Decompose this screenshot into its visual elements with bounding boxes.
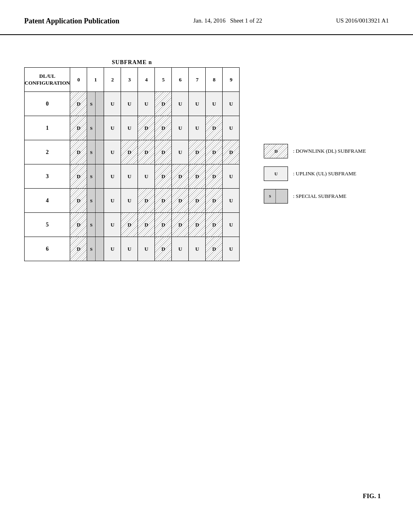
cell-r1-c6: U: [172, 116, 189, 140]
cell-r2-c2: U: [104, 140, 121, 164]
table-row: 0DSUUUDUUUU: [25, 92, 240, 116]
cell-r5-c1: S: [87, 213, 104, 237]
config-number-0: 0: [25, 92, 70, 116]
cell-r3-c8: D: [206, 164, 223, 189]
cell-r4-c2: U: [104, 189, 121, 213]
publication-title: Patent Application Publication: [24, 16, 119, 26]
subframe-label: SUBFRAME n: [24, 59, 240, 66]
table-row: 3DSUUUDDDDU: [25, 164, 240, 189]
cell-r5-c8: D: [206, 213, 223, 237]
cell-r0-c3: U: [121, 92, 138, 116]
table-row: 4DSUUDDDDDU: [25, 189, 240, 213]
cell-r2-c4: D: [138, 140, 155, 164]
cell-r4-c6: D: [172, 189, 189, 213]
cell-r0-c8: U: [206, 92, 223, 116]
cell-r3-c7: D: [189, 164, 206, 189]
cell-r2-c3: D: [121, 140, 138, 164]
cell-r0-c7: U: [189, 92, 206, 116]
cell-r1-c9: U: [223, 116, 240, 140]
page-header: Patent Application Publication Jan. 14, …: [0, 0, 413, 35]
cell-r0-c4: U: [138, 92, 155, 116]
cell-r6-c2: U: [104, 237, 121, 261]
table-row: 6DSUUUDUUDU: [25, 237, 240, 261]
cell-r0-c2: U: [104, 92, 121, 116]
config-table-container: SUBFRAME n DL/UL CONFIGURATION 0 1 2 3 4…: [24, 59, 240, 261]
cell-r4-c5: D: [155, 189, 172, 213]
cell-r1-c5: D: [155, 116, 172, 140]
cell-r5-c5: D: [155, 213, 172, 237]
cell-r3-c3: U: [121, 164, 138, 189]
cell-r2-c9: D: [223, 140, 240, 164]
cell-r6-c3: U: [121, 237, 138, 261]
cell-r4-c4: D: [138, 189, 155, 213]
legend-special-label: : SPECIAL SUBFRAME: [293, 193, 346, 200]
subframe-header-1: 1: [87, 68, 104, 92]
legend-ul: U : UPLINK (UL) SUBFRAME: [264, 166, 366, 181]
config-number-6: 6: [25, 237, 70, 261]
cell-r3-c1: S: [87, 164, 104, 189]
cell-r0-c1: S: [87, 92, 104, 116]
cell-r4-c3: U: [121, 189, 138, 213]
subframe-header-7: 7: [189, 68, 206, 92]
subframe-header-8: 8: [206, 68, 223, 92]
table-row: 2DSUDDDUDDD: [25, 140, 240, 164]
legend-dl: D : DOWNLINK (DL) SUBFRAME: [264, 144, 366, 158]
config-number-2: 2: [25, 140, 70, 164]
cell-r5-c3: D: [121, 213, 138, 237]
config-table: DL/UL CONFIGURATION 0 1 2 3 4 5 6 7 8 9: [24, 67, 240, 261]
publication-number: US 2016/0013921 A1: [336, 16, 389, 25]
cell-r3-c6: D: [172, 164, 189, 189]
legend-container: D : DOWNLINK (DL) SUBFRAME U : UPLINK (U…: [264, 144, 366, 204]
cell-r1-c1: S: [87, 116, 104, 140]
cell-r6-c9: U: [223, 237, 240, 261]
cell-r0-c0: D: [70, 92, 87, 116]
config-header: DL/UL CONFIGURATION: [25, 68, 70, 92]
cell-r6-c4: U: [138, 237, 155, 261]
table-row: 1DSUUDDUUDU: [25, 116, 240, 140]
legend-dl-box: D: [264, 144, 288, 158]
cell-r1-c2: U: [104, 116, 121, 140]
cell-r1-c0: D: [70, 116, 87, 140]
cell-r2-c8: D: [206, 140, 223, 164]
cell-r2-c6: U: [172, 140, 189, 164]
cell-r3-c5: D: [155, 164, 172, 189]
subframe-header-5: 5: [155, 68, 172, 92]
subframe-header-0: 0: [70, 68, 87, 92]
config-number-5: 5: [25, 213, 70, 237]
cell-r4-c8: D: [206, 189, 223, 213]
cell-r1-c8: D: [206, 116, 223, 140]
legend-ul-label: : UPLINK (UL) SUBFRAME: [293, 170, 356, 177]
cell-r6-c0: D: [70, 237, 87, 261]
cell-r3-c9: U: [223, 164, 240, 189]
cell-r2-c5: D: [155, 140, 172, 164]
main-content: SUBFRAME n DL/UL CONFIGURATION 0 1 2 3 4…: [0, 35, 413, 277]
cell-r5-c2: U: [104, 213, 121, 237]
legend-ul-box: U: [264, 166, 288, 181]
cell-r6-c6: U: [172, 237, 189, 261]
cell-r4-c7: D: [189, 189, 206, 213]
cell-r1-c4: D: [138, 116, 155, 140]
cell-r6-c8: D: [206, 237, 223, 261]
cell-r1-c7: U: [189, 116, 206, 140]
legend-dl-label: : DOWNLINK (DL) SUBFRAME: [293, 148, 366, 154]
cell-r2-c1: S: [87, 140, 104, 164]
cell-r2-c7: D: [189, 140, 206, 164]
cell-r1-c3: U: [121, 116, 138, 140]
publication-date: Jan. 14, 2016 Sheet 1 of 22: [193, 16, 262, 25]
cell-r0-c5: D: [155, 92, 172, 116]
cell-r0-c9: U: [223, 92, 240, 116]
subframe-header-4: 4: [138, 68, 155, 92]
subframe-header-9: 9: [223, 68, 240, 92]
table-row: 5DSUDDDDDDU: [25, 213, 240, 237]
cell-r5-c9: U: [223, 213, 240, 237]
subframe-header-3: 3: [121, 68, 138, 92]
cell-r6-c5: D: [155, 237, 172, 261]
cell-r3-c4: U: [138, 164, 155, 189]
legend-special-box: S: [264, 189, 288, 204]
config-number-1: 1: [25, 116, 70, 140]
legend-special: S : SPECIAL SUBFRAME: [264, 189, 366, 204]
cell-r4-c0: D: [70, 189, 87, 213]
cell-r6-c1: S: [87, 237, 104, 261]
cell-r2-c0: D: [70, 140, 87, 164]
legend-section: D : DOWNLINK (DL) SUBFRAME U : UPLINK (U…: [264, 132, 366, 261]
